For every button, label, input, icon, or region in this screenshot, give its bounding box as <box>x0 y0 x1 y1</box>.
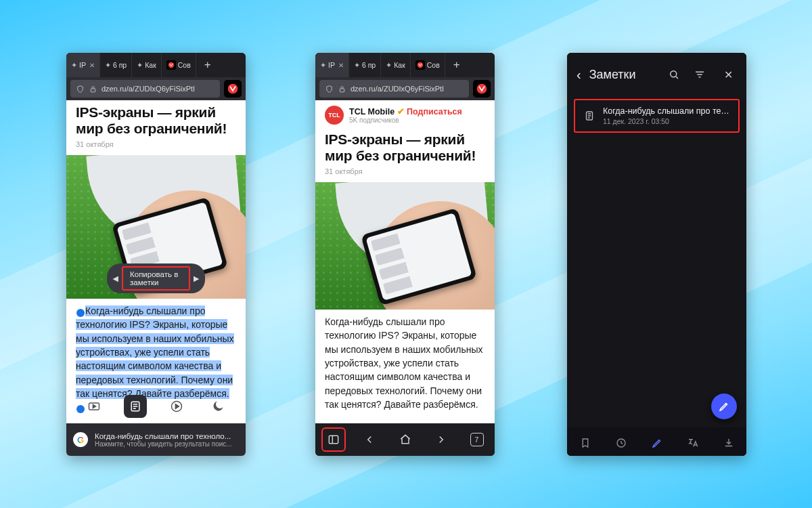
article-photo <box>315 182 495 310</box>
sparkle-icon: ✦ <box>320 61 326 70</box>
tab-2[interactable]: ✦6 пр <box>100 53 132 77</box>
shield-icon <box>76 85 85 93</box>
svg-point-8 <box>477 84 487 94</box>
reader-icon[interactable] <box>124 395 147 418</box>
note-date: 11 дек. 2023 г. 03:50 <box>603 117 731 125</box>
url-text: dzen.ru/a/ZUDIxQ6yFiSixPtI <box>102 85 195 93</box>
search-icon[interactable] <box>668 68 685 81</box>
selection-toolbar: ◄ Копировать в заметки ► <box>107 263 206 293</box>
vivaldi-icon <box>415 60 425 70</box>
new-tab-button[interactable]: + <box>196 53 219 77</box>
close-icon[interactable]: ✕ <box>89 62 95 69</box>
vivaldi-icon <box>166 60 176 70</box>
phone-screenshot-3: ‹ Заметки ✕ Когда-нибудь слышали про тех… <box>567 53 746 456</box>
article-date: 31 октября <box>66 137 246 155</box>
download-icon[interactable] <box>717 431 740 454</box>
svg-rect-1 <box>91 88 95 91</box>
video-icon[interactable] <box>83 395 106 418</box>
subscribe-link[interactable]: Подписаться <box>407 107 462 117</box>
url-input[interactable]: dzen.ru/a/ZUDIxQ6yFiSixPtI <box>70 80 220 98</box>
svg-point-0 <box>168 62 174 68</box>
back-icon[interactable]: ‹ <box>577 67 581 83</box>
selection-next-icon[interactable]: ► <box>191 271 202 286</box>
sparkle-icon: ✦ <box>105 61 111 70</box>
tab-3[interactable]: ✦Как <box>132 53 162 77</box>
notes-list: Когда-нибудь слышали про техно... 11 дек… <box>567 99 746 427</box>
tab-strip: ✦IP✕ ✦6 пр ✦Как Сов + <box>66 53 246 77</box>
page-content: TCL TCL Mobile ✔ Подписаться 5K подписчи… <box>315 100 495 423</box>
tab-2[interactable]: ✦6 пр <box>349 53 381 77</box>
history-icon[interactable] <box>610 431 633 454</box>
nav-forward-icon[interactable] <box>429 427 453 452</box>
new-tab-button[interactable]: + <box>445 53 468 77</box>
url-text: dzen.ru/a/ZUDIxQ6yFiSixPtI <box>351 85 444 93</box>
lock-icon <box>338 85 346 93</box>
bookmark-icon[interactable] <box>574 431 597 454</box>
google-icon: G <box>73 432 88 447</box>
tab-strip: ✦IP✕ ✦6 пр ✦Как Сов + <box>315 53 495 77</box>
play-icon[interactable] <box>165 395 188 418</box>
note-title: Когда-нибудь слышали про техно... <box>603 106 731 116</box>
url-input[interactable]: dzen.ru/a/ZUDIxQ6yFiSixPtI <box>319 80 469 98</box>
sparkle-icon: ✦ <box>71 61 77 70</box>
phone-screenshot-2: ✦IP✕ ✦6 пр ✦Как Сов + dzen.ru/a/ZUDIxQ6y… <box>315 53 495 456</box>
tab-count-button[interactable]: 7 <box>465 427 489 452</box>
moon-icon[interactable] <box>206 395 229 418</box>
translate-icon[interactable] <box>681 431 704 454</box>
close-icon[interactable]: ✕ <box>338 62 344 69</box>
article-photo: ◄ Копировать в заметки ► <box>66 155 246 299</box>
author-avatar: TCL <box>325 106 344 125</box>
article-headline: IPS-экраны — яркий мир без ограничений! <box>315 127 495 165</box>
notes-title: Заметки <box>589 68 660 82</box>
subscriber-count: 5K подписчиков <box>349 117 462 124</box>
vivaldi-menu-icon[interactable] <box>473 80 491 98</box>
notes-bottom-nav <box>567 427 746 456</box>
notes-screen: ‹ Заметки ✕ Когда-нибудь слышали про тех… <box>567 53 746 456</box>
google-search-card[interactable]: G Когда-нибудь слышали про техноло... На… <box>66 423 246 456</box>
article-date: 31 октября <box>315 165 495 182</box>
sparkle-icon: ✦ <box>354 61 360 70</box>
sparkle-icon: ✦ <box>137 61 143 70</box>
search-card-subtitle: Нажмите, чтобы увидеть результаты поис..… <box>95 440 232 448</box>
article-body: Когда-нибудь слышали про технологию IPS?… <box>315 310 495 411</box>
article-headline: IPS-экраны — яркий мир без ограничений! <box>66 100 246 137</box>
tab-1[interactable]: ✦IP✕ <box>66 53 100 77</box>
notes-header: ‹ Заметки ✕ <box>567 53 746 96</box>
svg-point-6 <box>418 62 423 68</box>
lock-icon <box>89 85 97 93</box>
shield-icon <box>325 85 334 93</box>
sparkle-icon: ✦ <box>386 61 392 70</box>
bottom-nav: 7 <box>315 423 495 456</box>
selection-start-handle[interactable] <box>76 309 85 317</box>
home-icon[interactable] <box>393 427 418 452</box>
phone-screenshot-1: ✦IP✕ ✦6 пр ✦Как Сов + dzen.ru/a/ZUDIxQ6y… <box>66 53 246 456</box>
selection-prev-icon[interactable]: ◄ <box>111 271 121 286</box>
search-card-title: Когда-нибудь слышали про техноло... <box>95 432 232 440</box>
close-icon[interactable]: ✕ <box>719 68 737 81</box>
new-note-fab[interactable] <box>711 394 737 419</box>
note-item[interactable]: Когда-нибудь слышали про техно... 11 дек… <box>574 99 740 133</box>
url-bar: dzen.ru/a/ZUDIxQ6yFiSixPtI <box>315 77 495 100</box>
svg-point-10 <box>671 71 677 77</box>
tab-4[interactable]: Сов <box>411 53 445 77</box>
notes-tab-icon[interactable] <box>646 431 669 454</box>
svg-rect-9 <box>329 436 338 444</box>
verified-icon: ✔ <box>397 107 405 117</box>
note-icon <box>582 108 596 123</box>
author-name: TCL Mobile <box>349 107 394 117</box>
quick-action-row <box>66 391 246 422</box>
svg-rect-7 <box>340 88 344 91</box>
tab-3[interactable]: ✦Как <box>381 53 411 77</box>
vivaldi-menu-icon[interactable] <box>224 80 242 98</box>
svg-point-2 <box>228 84 238 94</box>
copy-to-notes-button[interactable]: Копировать в заметки <box>122 266 190 291</box>
nav-back-icon[interactable] <box>357 427 382 452</box>
tab-4[interactable]: Сов <box>162 53 196 77</box>
author-block[interactable]: TCL TCL Mobile ✔ Подписаться 5K подписчи… <box>315 100 495 127</box>
url-bar: dzen.ru/a/ZUDIxQ6yFiSixPtI <box>66 77 246 100</box>
tab-1[interactable]: ✦IP✕ <box>315 53 349 77</box>
panel-button[interactable] <box>321 427 346 452</box>
filter-icon[interactable] <box>694 68 711 81</box>
page-content: IPS-экраны — яркий мир без ограничений! … <box>66 100 246 456</box>
